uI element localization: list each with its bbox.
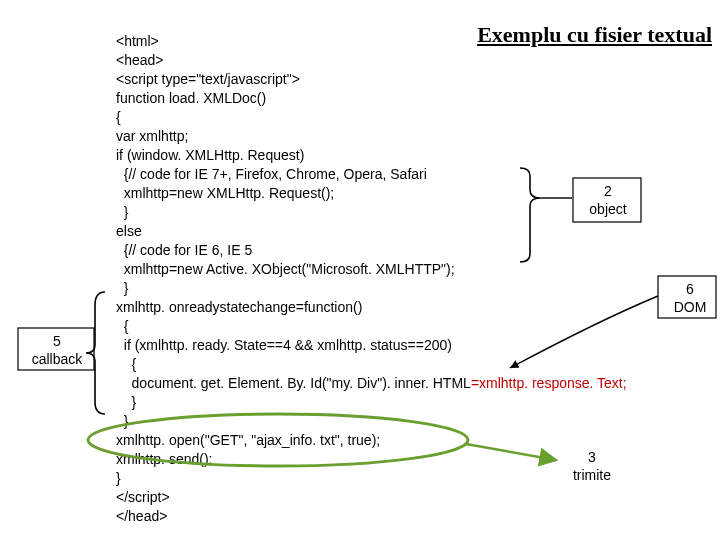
label-3-trimite: 3 trimite — [562, 448, 622, 484]
label-3-text: trimite — [573, 467, 611, 483]
label-6-text: DOM — [674, 299, 707, 315]
label-2-object: 2 object — [578, 182, 638, 218]
label-2-number: 2 — [604, 183, 612, 199]
label-6-number: 6 — [686, 281, 694, 297]
label-5-number: 5 — [53, 333, 61, 349]
label-3-number: 3 — [588, 449, 596, 465]
label-5-text: callback — [32, 351, 83, 367]
label-5-callback: 5 callback — [22, 332, 92, 368]
label-6-dom: 6 DOM — [665, 280, 715, 316]
label-2-text: object — [589, 201, 626, 217]
code-listing: <html> <head> <script type="text/javascr… — [116, 32, 627, 526]
